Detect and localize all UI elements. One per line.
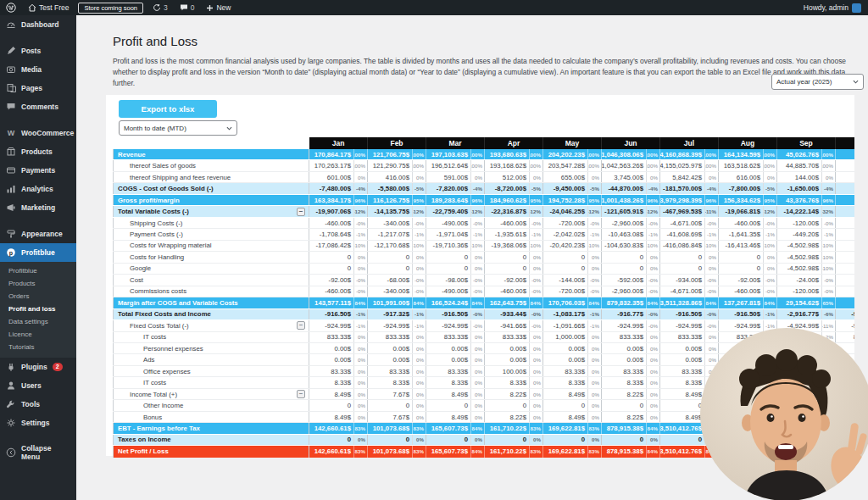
percent-cell: 0%: [354, 354, 368, 364]
sidebar-item-settings[interactable]: Settings: [0, 414, 76, 432]
value-cell: 43,376.76$: [777, 195, 822, 205]
percent-cell: 83%: [413, 446, 426, 457]
value-cell: -460.00$: [719, 218, 764, 228]
sidebar-item-woocommerce[interactable]: WWooCommerce: [0, 124, 76, 142]
value-cell: -4,671.00$: [660, 286, 705, 297]
percent-cell: -1%: [530, 229, 543, 239]
value-cell: -924.99$: [660, 320, 705, 331]
percent-cell: -10%: [822, 252, 836, 262]
value-cell: -19,710.36$: [426, 241, 471, 251]
sidebar-item-marketing[interactable]: Marketing: [0, 198, 76, 217]
sidebar-item-analytics[interactable]: Analytics: [0, 180, 76, 198]
table-row: Google00%00%00%00%00%00%00%00%-4,502.98$…: [113, 264, 854, 275]
sidebar-item-label: Settings: [21, 419, 50, 427]
row-label: Total Fixed Costs and Income: [113, 309, 309, 319]
sidebar-item-posts[interactable]: Posts: [0, 42, 76, 60]
percent-cell: -4%: [822, 183, 836, 193]
percent-cell: -1%: [354, 320, 368, 331]
comments-menu[interactable]: 0: [174, 0, 201, 15]
month-header-mar: Mar: [426, 137, 485, 149]
percent-cell: 0%: [413, 343, 426, 353]
collapse-toggle-button[interactable]: −: [297, 390, 305, 398]
value-cell: -7,800.00$: [719, 183, 764, 193]
value-cell: 170,706.03$: [543, 297, 588, 308]
percent-cell: 0%: [705, 264, 719, 274]
submenu-item-orders[interactable]: Orders: [0, 290, 76, 303]
percent-cell: 0%: [588, 332, 602, 342]
value-cell: -916.50$: [660, 309, 705, 319]
value-cell: [836, 160, 854, 170]
sidebar-item-comments[interactable]: Comments: [0, 97, 76, 116]
account-menu[interactable]: Howdy, admin: [804, 3, 868, 13]
percent-cell: -10%: [822, 264, 836, 274]
percent-cell: 0%: [647, 252, 660, 262]
sidebar-item-dashboard[interactable]: Dashboard: [0, 15, 76, 34]
value-cell: -490.00$: [426, 286, 471, 297]
products-icon: [6, 147, 16, 157]
table-row: Gross profit/margin163,384.17$96%116,126…: [113, 195, 854, 206]
percent-cell: 83%: [530, 423, 543, 433]
percent-cell: -1%: [705, 229, 719, 239]
sidebar-item-payments[interactable]: Payments: [0, 161, 76, 180]
new-content-menu[interactable]: New: [200, 0, 236, 15]
submenu-item-profit-and-loss[interactable]: Profit and loss: [0, 303, 76, 315]
percent-cell: -0%: [647, 309, 660, 319]
year-select[interactable]: Actual year (2025): [771, 74, 864, 90]
value-cell: 189,283.64$: [426, 195, 471, 205]
collapse-toggle-button[interactable]: −: [297, 321, 305, 330]
percent-cell: 84%: [530, 297, 543, 308]
sidebar-item-appearance[interactable]: Appearance: [0, 225, 76, 243]
value-cell: [836, 172, 854, 182]
site-menu[interactable]: Test Free: [22, 0, 75, 15]
value-cell: -340.00$: [368, 218, 413, 228]
percent-cell: 0%: [354, 332, 368, 342]
sidebar-item-plugins[interactable]: Plugins2: [0, 358, 76, 376]
submenu-item-licence[interactable]: Licence: [0, 328, 76, 341]
mode-select[interactable]: Month to date (MTD): [119, 120, 237, 136]
percent-cell: 83%: [413, 423, 426, 433]
percent-cell: 100%: [822, 160, 836, 170]
chevron-down-icon: [226, 125, 232, 131]
export-xlsx-button[interactable]: Export to xlsx: [119, 100, 217, 118]
sidebar-item-label: Profitblue: [21, 248, 55, 257]
submenu-item-tutorials[interactable]: Tutorials: [0, 341, 76, 353]
sidebar-item-media[interactable]: Media: [0, 60, 76, 79]
value-cell: [836, 206, 854, 216]
sidebar-item-users[interactable]: Users: [0, 376, 76, 395]
sidebar-item-profitblue[interactable]: pProfitblue: [0, 243, 76, 262]
woocommerce-icon: W: [6, 128, 16, 138]
submenu-item-profitblue[interactable]: Profitblue: [0, 264, 76, 277]
collapse-toggle-button[interactable]: −: [297, 208, 305, 216]
updates-menu[interactable]: 3: [147, 0, 174, 15]
profitblue-submenu: ProfitblueProductsOrdersProfit and lossD…: [0, 262, 76, 358]
value-cell: 0: [309, 252, 354, 262]
percent-cell: -1%: [588, 229, 602, 239]
sidebar-item-tools[interactable]: Tools: [0, 395, 76, 414]
sidebar-item-collapse-menu[interactable]: Collapse Menu: [0, 440, 76, 465]
submenu-item-products[interactable]: Products: [0, 277, 76, 290]
value-cell: -104,630.83$: [602, 241, 647, 251]
value-cell: -1,091.66$: [543, 320, 588, 331]
submenu-item-data-settings[interactable]: Data settings: [0, 315, 76, 328]
percent-cell: 100%: [822, 149, 836, 159]
sidebar-item-products[interactable]: Products: [0, 142, 76, 161]
value-cell: 0: [368, 435, 413, 445]
value-cell: 0: [660, 435, 705, 445]
value-cell: 142,660.61$: [309, 446, 354, 457]
value-cell: 8.33$: [485, 377, 530, 387]
value-cell: -120.00$: [777, 218, 822, 228]
row-label: IT costs: [113, 377, 309, 387]
value-cell: -24.00$: [777, 275, 822, 285]
value-cell: 8.22$: [485, 412, 530, 422]
value-cell: -916.50$: [719, 309, 764, 319]
percent-cell: 0%: [647, 332, 660, 342]
value-cell: -1,971.04$: [426, 229, 471, 239]
percent-cell: -0%: [647, 320, 660, 331]
wp-logo-menu[interactable]: [0, 0, 22, 15]
percent-cell: 95%: [530, 195, 543, 205]
month-header-jul: Jul: [660, 137, 719, 149]
sidebar-item-pages[interactable]: Pages: [0, 79, 76, 97]
percent-cell: 0%: [471, 412, 485, 422]
value-cell: 0: [426, 264, 471, 274]
value-cell: 162,643.75$: [485, 297, 530, 308]
